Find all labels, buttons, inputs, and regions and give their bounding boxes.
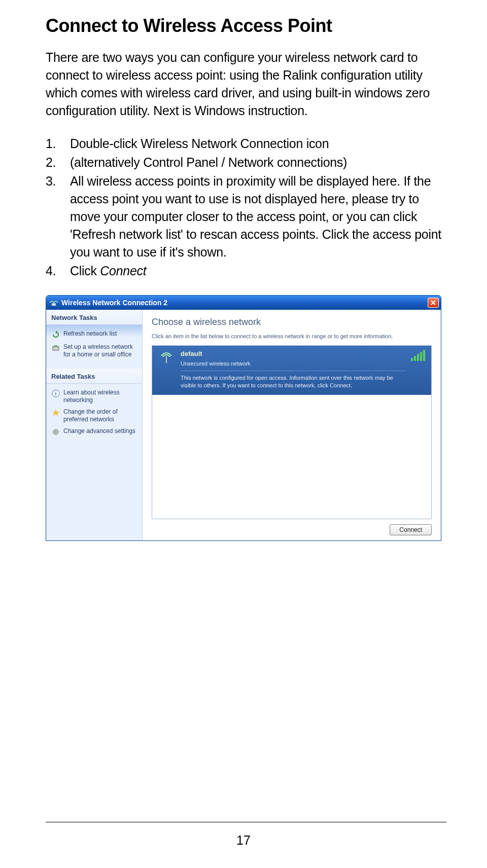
step-4-emphasis: Connect [100,264,146,278]
page-heading: Connect to Wireless Access Point [46,15,451,37]
svg-text:i: i [55,390,56,396]
network-warning: This network is configured for open acce… [181,371,406,389]
sidebar-item-refresh[interactable]: Refresh network list [50,328,139,341]
step-2-text: (alternatively Control Panel / Network c… [70,155,347,169]
close-button[interactable] [428,298,439,308]
main-instruction: Click an item in the list below to conne… [152,333,432,340]
info-icon: i [51,389,60,398]
step-1-text: Double-click Wireless Network Connection… [70,136,329,151]
svg-point-5 [55,431,57,433]
sidebar: Network Tasks Refresh network list Set u… [46,310,143,540]
network-name: default [181,350,406,357]
wireless-icon [49,299,58,306]
footer-rule [46,822,446,822]
intro-paragraph: There are two ways you can configure you… [46,49,451,120]
network-list[interactable]: default Unsecured wireless network This … [152,345,432,519]
antenna-icon [157,350,176,389]
titlebar[interactable]: Wireless Network Connection 2 [46,296,441,310]
step-4-prefix: Click [70,264,100,278]
sidebar-label-order: Change the order of preferred networks [63,408,138,423]
sidebar-label-learn: Learn about wireless networking [63,389,138,404]
sidebar-section-related: Related Tasks i Learn about wireless net… [46,369,142,444]
svg-rect-1 [53,347,59,350]
sidebar-section-tasks: Network Tasks Refresh network list Set u… [46,310,142,366]
window-body: Network Tasks Refresh network list Set u… [46,310,441,540]
page-number: 17 [0,833,487,848]
step-4: 4.Click Connect [70,262,451,280]
star-icon [51,408,60,417]
sidebar-label-setup: Set up a wireless network for a home or … [63,343,138,358]
sidebar-label-advanced: Change advanced settings [63,427,135,435]
instruction-list: 1.Double-click Wireless Network Connecti… [46,135,451,280]
step-3-text: All wireless access points in proximity … [70,174,441,259]
step-3: 3.All wireless access points in proximit… [70,172,451,261]
xp-window: Wireless Network Connection 2 Network Ta… [46,295,441,541]
main-heading: Choose a wireless network [152,317,432,328]
close-icon [431,300,436,305]
sidebar-header-related: Related Tasks [46,369,142,384]
gear-icon [51,427,60,437]
network-security: Unsecured wireless network [181,360,406,367]
refresh-icon [51,330,60,339]
signal-bars-icon [411,350,426,361]
step-2: 2.(alternatively Control Panel / Network… [70,154,451,171]
sidebar-item-setup[interactable]: Set up a wireless network for a home or … [50,341,139,360]
sidebar-label-refresh: Refresh network list [63,330,117,338]
connect-button[interactable]: Connect [390,524,432,535]
sidebar-item-order[interactable]: Change the order of preferred networks [50,406,139,425]
window-title: Wireless Network Connection 2 [61,299,428,307]
svg-rect-0 [52,303,56,306]
network-item[interactable]: default Unsecured wireless network This … [152,346,431,395]
main-panel: Choose a wireless network Click an item … [143,310,441,540]
step-1: 1.Double-click Wireless Network Connecti… [70,135,451,153]
sidebar-item-advanced[interactable]: Change advanced settings [50,425,139,439]
sidebar-header-tasks: Network Tasks [46,310,142,325]
sidebar-item-learn[interactable]: i Learn about wireless networking [50,387,139,406]
setup-icon [51,343,60,352]
